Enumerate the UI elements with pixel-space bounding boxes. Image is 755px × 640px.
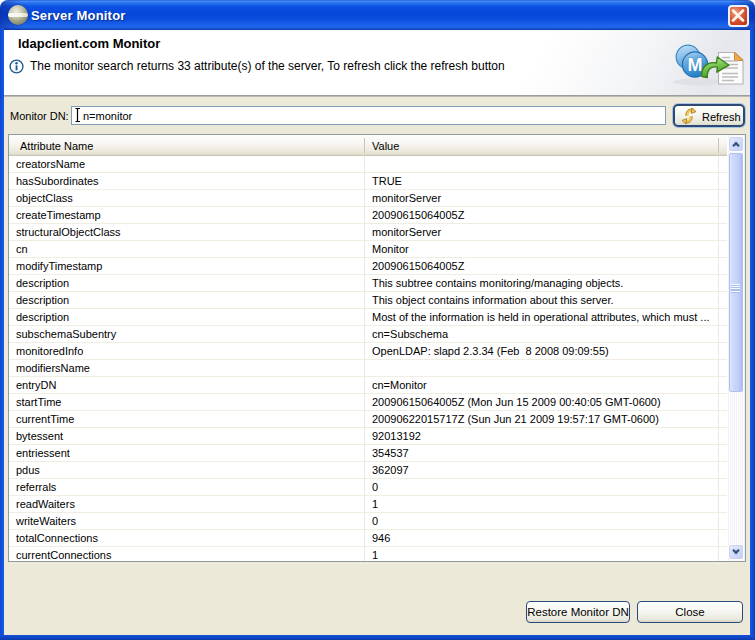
svg-text:M: M	[688, 55, 703, 75]
